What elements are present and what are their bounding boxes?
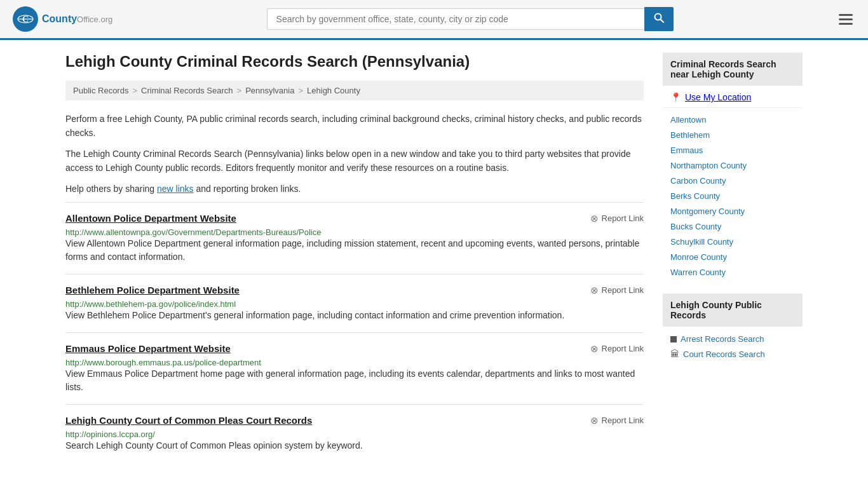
sidebar-nearby-item: Schuylkill County [670, 234, 795, 249]
report-link[interactable]: ⊗ Report Link [590, 415, 644, 426]
description-para2: The Lehigh County Criminal Records Searc… [65, 147, 644, 175]
report-icon: ⊗ [590, 343, 599, 355]
site-header: C CountyOffice.org [0, 0, 868, 40]
sidebar-public-item: 🏛Court Records Search [670, 346, 795, 362]
sidebar: Criminal Records Search near Lehigh Coun… [663, 53, 803, 463]
svg-line-5 [660, 20, 663, 23]
report-label: Report Link [602, 285, 644, 295]
page-title: Lehigh County Criminal Records Search (P… [65, 53, 644, 71]
hamburger-line-3 [839, 23, 853, 25]
link-title[interactable]: Bethlehem Police Department Website [65, 285, 240, 295]
breadcrumb-public-records[interactable]: Public Records [73, 86, 128, 95]
breadcrumb-pennsylvania[interactable]: Pennsylvania [245, 86, 294, 95]
sidebar-nearby-link[interactable]: Emmaus [670, 146, 703, 155]
sidebar-nearby-link[interactable]: Berks County [670, 191, 720, 201]
report-icon: ⊗ [590, 213, 599, 224]
breadcrumb: Public Records > Criminal Records Search… [65, 81, 644, 100]
sidebar-nearby-link[interactable]: Carbon County [670, 176, 726, 186]
pin-icon: 📍 [670, 92, 681, 102]
sidebar-nearby-item: Allentown [670, 112, 795, 127]
link-desc: View Bethlehem Police Department's gener… [65, 309, 644, 322]
sidebar-nearby-link[interactable]: Montgomery County [670, 207, 745, 216]
sidebar-nearby-link[interactable]: Bethlehem [670, 130, 710, 140]
link-item: Emmaus Police Department Website ⊗ Repor… [65, 332, 644, 404]
link-title[interactable]: Allentown Police Department Website [65, 213, 236, 224]
logo-text: CountyOffice.org [42, 13, 112, 25]
logo-area: C CountyOffice.org [13, 6, 112, 32]
sidebar-location[interactable]: 📍 Use My Location [663, 87, 803, 108]
hamburger-line-2 [839, 18, 853, 20]
report-label: Report Link [602, 416, 644, 425]
building-icon: 🏛 [670, 349, 679, 359]
sidebar-public-link[interactable]: Court Records Search [683, 349, 765, 359]
search-area [267, 7, 674, 31]
report-icon: ⊗ [590, 415, 599, 426]
sidebar-nearby-item: Bucks County [670, 219, 795, 234]
sidebar-criminal-box: Criminal Records Search near Lehigh Coun… [663, 53, 803, 283]
breadcrumb-sep-3: > [298, 86, 303, 95]
link-title[interactable]: Lehigh County Court of Common Pleas Cour… [65, 415, 312, 426]
sidebar-public-box: Lehigh County Public Records Arrest Reco… [663, 294, 803, 365]
sidebar-nearby-link[interactable]: Northampton County [670, 161, 747, 170]
description-para3: Help others by sharing new links and rep… [65, 182, 644, 196]
link-item: Bethlehem Police Department Website ⊗ Re… [65, 274, 644, 332]
sidebar-nearby-link[interactable]: Warren County [670, 268, 726, 277]
report-link[interactable]: ⊗ Report Link [590, 213, 644, 224]
breadcrumb-current: Lehigh County [307, 86, 360, 95]
sidebar-public-link[interactable]: Arrest Records Search [681, 334, 764, 344]
sidebar-nearby-item: Bethlehem [670, 127, 795, 142]
link-title[interactable]: Emmaus Police Department Website [65, 343, 231, 354]
link-url[interactable]: http://www.bethlehem-pa.gov/police/index… [65, 299, 236, 309]
report-label: Report Link [602, 344, 644, 353]
sidebar-nearby-link[interactable]: Schuylkill County [670, 237, 733, 247]
report-icon: ⊗ [590, 285, 599, 296]
link-desc: View Emmaus Police Department home page … [65, 367, 644, 394]
report-link[interactable]: ⊗ Report Link [590, 343, 644, 355]
sidebar-public-header: Lehigh County Public Records [663, 294, 803, 327]
breadcrumb-sep-1: > [132, 86, 137, 95]
sidebar-nearby-link[interactable]: Allentown [670, 115, 706, 125]
sidebar-nearby-item: Warren County [670, 264, 795, 280]
bullet-square-icon [670, 336, 677, 342]
new-links-link[interactable]: new links [157, 184, 194, 194]
use-my-location-link[interactable]: Use My Location [685, 92, 751, 102]
links-container: Allentown Police Department Website ⊗ Re… [65, 202, 644, 463]
hamburger-line-1 [839, 14, 853, 16]
sidebar-criminal-header: Criminal Records Search near Lehigh Coun… [663, 53, 803, 86]
sidebar-public-list: Arrest Records Search🏛Court Records Sear… [663, 328, 803, 365]
link-url[interactable]: http://opinions.lccpa.org/ [65, 430, 155, 439]
breadcrumb-criminal-records[interactable]: Criminal Records Search [141, 86, 233, 95]
link-item: Lehigh County Court of Common Pleas Cour… [65, 404, 644, 463]
description-para1: Perform a free Lehigh County, PA public … [65, 112, 644, 140]
link-item: Allentown Police Department Website ⊗ Re… [65, 202, 644, 274]
search-button[interactable] [644, 7, 674, 31]
sidebar-nearby-item: Monroe County [670, 249, 795, 264]
search-input[interactable] [267, 8, 644, 30]
link-desc: Search Lehigh County Court of Common Ple… [65, 439, 644, 452]
report-link[interactable]: ⊗ Report Link [590, 285, 644, 296]
hamburger-menu-button[interactable] [836, 11, 855, 27]
sidebar-nearby-item: Montgomery County [670, 203, 795, 219]
breadcrumb-sep-2: > [237, 86, 242, 95]
report-label: Report Link [602, 214, 644, 223]
link-url[interactable]: http://www.borough.emmaus.pa.us/police-d… [65, 358, 261, 367]
sidebar-nearby-item: Carbon County [670, 173, 795, 188]
link-desc: View Allentown Police Department general… [65, 237, 644, 264]
sidebar-public-item: Arrest Records Search [670, 332, 795, 346]
sidebar-nearby-link[interactable]: Bucks County [670, 222, 721, 231]
sidebar-nearby-link[interactable]: Monroe County [670, 252, 727, 262]
sidebar-nearby-item: Emmaus [670, 142, 795, 158]
logo-icon: C [13, 6, 38, 32]
sidebar-nearby-item: Berks County [670, 188, 795, 203]
main-container: Lehigh County Criminal Records Search (P… [53, 40, 815, 475]
sidebar-nearby-item: Northampton County [670, 158, 795, 173]
sidebar-nearby-list: AllentownBethlehemEmmausNorthampton Coun… [663, 108, 803, 283]
link-url[interactable]: http://www.allentownpa.gov/Government/De… [65, 227, 321, 237]
content-area: Lehigh County Criminal Records Search (P… [65, 53, 644, 463]
